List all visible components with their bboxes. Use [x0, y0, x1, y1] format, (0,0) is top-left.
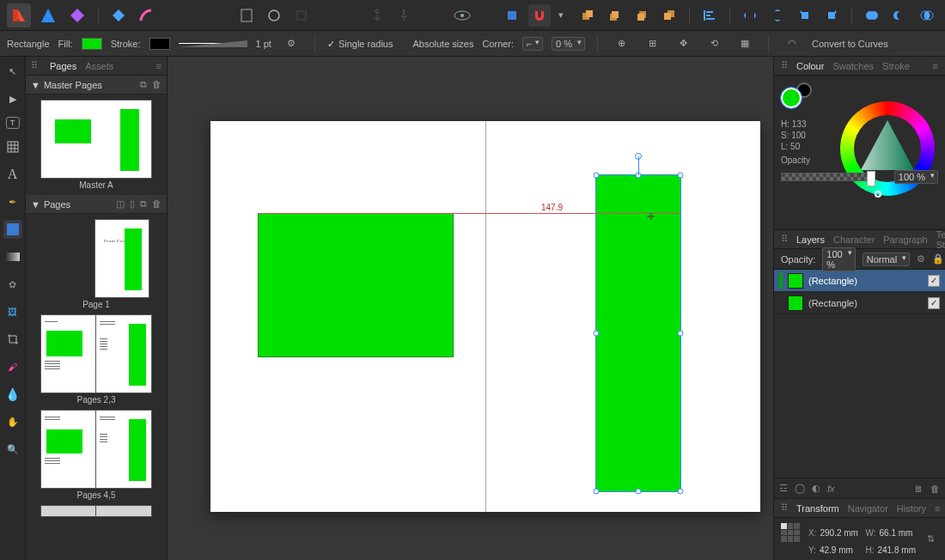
link-wh-icon[interactable]: ⇅	[923, 533, 938, 545]
corner-percent-dropdown[interactable]: 0 %	[552, 37, 585, 51]
y-field[interactable]: Y:42.9 mm	[808, 545, 861, 555]
arrange-backward-icon[interactable]	[631, 4, 653, 27]
convert-curves-icon[interactable]: ◠	[781, 33, 803, 55]
fx-icon[interactable]: fx	[827, 484, 835, 494]
w-field[interactable]: W:66.1 mm	[866, 528, 918, 538]
align-target-icon[interactable]: ⊕	[610, 33, 632, 55]
pen-tool[interactable]: ✒	[3, 192, 22, 211]
single-page-icon[interactable]: ▯	[130, 198, 135, 210]
tab-transform[interactable]: Transform	[796, 503, 839, 514]
delete-layer-icon[interactable]: 🗑	[930, 484, 940, 494]
layer-visibility-checkbox[interactable]: ✓	[928, 275, 940, 287]
fill-stroke-swatch[interactable]	[781, 82, 812, 113]
fill-colour-swatch[interactable]	[781, 88, 802, 108]
transform-anchor-picker[interactable]	[781, 523, 800, 542]
crop-tool[interactable]	[3, 330, 22, 349]
table-tool[interactable]	[3, 137, 22, 156]
pages-header[interactable]: ▼Pages ◫ ▯ ⧉ 🗑	[26, 195, 167, 214]
delete-master-icon[interactable]: 🗑	[152, 79, 162, 90]
pin-icon[interactable]	[393, 4, 415, 27]
stroke-swatch[interactable]	[149, 38, 170, 50]
tab-paragraph[interactable]: Paragraph	[883, 234, 927, 245]
stroke-settings-icon[interactable]: ⚙	[280, 33, 302, 55]
single-radius-check[interactable]: ✓Single radius	[327, 39, 393, 49]
tab-pages[interactable]: Pages	[50, 61, 76, 71]
layer-lock-icon[interactable]: 🔒	[932, 253, 944, 265]
master-a-thumb[interactable]	[40, 100, 152, 179]
artistic-text-tool[interactable]: A	[3, 165, 22, 184]
flip-v-icon[interactable]	[766, 4, 789, 27]
tab-text-styles[interactable]: Text Styles	[936, 229, 945, 250]
arrange-front-icon[interactable]	[576, 4, 599, 27]
facing-pages-icon[interactable]: ◫	[116, 198, 125, 210]
adjustment-icon[interactable]: ◐	[812, 483, 820, 494]
layer-visibility-checkbox[interactable]: ✓	[928, 297, 940, 309]
blend-mode-dropdown[interactable]: Normal	[863, 253, 910, 266]
opacity-slider[interactable]	[781, 173, 875, 181]
snap-options-dropdown[interactable]: ▾	[556, 4, 566, 27]
tab-history[interactable]: History	[897, 503, 926, 514]
photo-persona-tab[interactable]	[65, 3, 89, 27]
show-align-icon[interactable]: ⊞	[641, 33, 663, 55]
picture-frame-tool[interactable]: 🖼	[3, 302, 22, 321]
layer-row-rectangle-2[interactable]: (Rectangle) ✓	[774, 292, 945, 314]
anchor-icon[interactable]	[366, 4, 388, 27]
stroke-weight-value[interactable]: 1 pt	[256, 39, 271, 49]
layer-opacity-field[interactable]: 100 %	[822, 247, 855, 271]
corner-tool-icon[interactable]	[135, 4, 157, 27]
hand-tool[interactable]: ✋	[3, 412, 22, 431]
h-field[interactable]: H:241.8 mm	[866, 545, 918, 555]
colour-panel-menu-icon[interactable]: ≡	[933, 61, 938, 71]
stroke-weight-slider[interactable]	[179, 40, 247, 47]
master-pages-header[interactable]: ▼Master Pages ⧉🗑	[26, 76, 167, 94]
color-picker-tool[interactable]: 💧	[3, 385, 22, 404]
preview-icon[interactable]	[451, 4, 473, 27]
align-left-icon[interactable]	[698, 4, 721, 27]
tab-swatches[interactable]: Swatches	[832, 61, 874, 71]
brush-tool[interactable]: 🖌	[3, 357, 22, 376]
delete-page-icon[interactable]: 🗑	[152, 198, 162, 210]
gradient-tool[interactable]	[3, 247, 22, 266]
page-1-thumb[interactable]: Front Cover	[94, 219, 149, 298]
convert-curves-button[interactable]: Convert to Curves	[812, 39, 888, 49]
pages-2-3-thumb[interactable]: ▬▬▬▬▬ ▬▬▬▬▬▬▬▬▬▬▬▬▬▬▬▬▬▬▬▬▬▬▬▬ ▬▬▬▬▬▬▬▬▬…	[40, 314, 152, 393]
boolean-intersect-icon[interactable]	[916, 4, 938, 27]
frame-text-tool[interactable]: T	[6, 117, 20, 129]
transform-origin-icon[interactable]: ✥	[672, 33, 694, 55]
tab-layers[interactable]: Layers	[796, 234, 825, 245]
absolute-sizes-check[interactable]: Absolute sizes	[401, 39, 473, 49]
tab-character[interactable]: Character	[833, 234, 875, 245]
panel-menu-icon[interactable]: ≡	[156, 61, 162, 71]
move-tool[interactable]: ↖	[3, 62, 22, 81]
layer-stack-icon[interactable]: ☲	[779, 483, 788, 494]
transform-panel-menu-icon[interactable]: ≡	[935, 503, 940, 514]
shape-rectangle-left[interactable]	[258, 213, 454, 357]
arrange-back-icon[interactable]	[658, 4, 680, 27]
zoom-tool[interactable]: 🔍	[3, 440, 22, 459]
tab-stroke[interactable]: Stroke	[882, 61, 910, 71]
opacity-value-field[interactable]: 100 %	[894, 170, 938, 184]
rotate-ccw-icon[interactable]	[794, 4, 816, 27]
tab-assets[interactable]: Assets	[85, 61, 113, 71]
hue-picker-handle[interactable]	[875, 191, 881, 198]
boolean-add-icon[interactable]	[861, 4, 883, 27]
tab-navigator[interactable]: Navigator	[848, 503, 888, 514]
new-doc-icon[interactable]	[235, 4, 258, 27]
layer-row-rectangle-1[interactable]: (Rectangle) ✓	[774, 270, 945, 292]
cycle-select-icon[interactable]: ⟲	[703, 33, 725, 55]
circle-tool-icon[interactable]	[263, 4, 285, 27]
clip-icon[interactable]	[501, 4, 523, 27]
flip-h-icon[interactable]	[739, 4, 761, 27]
fill-swatch[interactable]	[82, 38, 102, 50]
transform-panel-icon[interactable]: ▦	[734, 33, 756, 55]
assets-tool[interactable]: ✿	[3, 275, 22, 294]
node-tool[interactable]: ▶	[3, 89, 22, 108]
rectangle-tool[interactable]	[3, 220, 22, 239]
designer-persona-tab[interactable]	[36, 3, 60, 27]
arrange-forward-icon[interactable]	[603, 4, 625, 27]
add-page-icon[interactable]: ⧉	[140, 198, 147, 210]
square-tool-icon[interactable]	[290, 4, 313, 27]
mask-icon[interactable]: ◯	[795, 483, 805, 494]
add-layer-icon[interactable]: 🗎	[914, 484, 924, 494]
x-field[interactable]: X:290.2 mm	[808, 528, 861, 538]
